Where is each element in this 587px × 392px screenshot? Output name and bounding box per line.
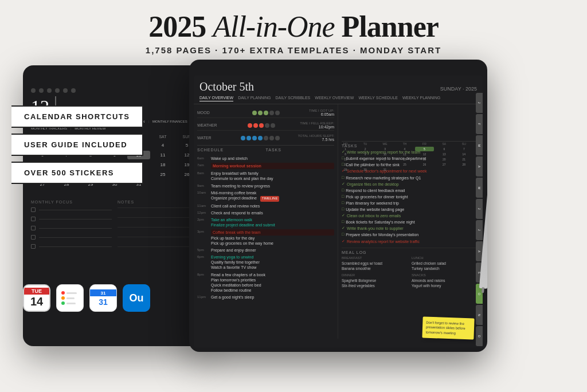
item-content-5pm: Prepare and enjoy dinner <box>211 248 334 253</box>
task-item-11: ✓ Clean out inbox to zero emails <box>342 213 479 218</box>
time-11pm: 11pm <box>197 295 209 299</box>
focus-line-4 <box>31 235 112 240</box>
snacks-col: SNACKS Almonds and raisinsYogurt with ho… <box>412 273 479 288</box>
left-cal-cell-12: 11 <box>151 151 174 159</box>
right-body: MOOD TIME I GOT UP: 6:05am <box>194 104 483 339</box>
mini-cal-cell-13: 14 <box>455 152 473 156</box>
schedule-container: SCHEDULE TASKS <box>197 145 334 154</box>
item-text-2pm-2: Finalize project deadline and submit <box>211 222 334 228</box>
meal-grid: BREAKFAST Scrambled eggs w/ toastBanana … <box>342 256 479 288</box>
task-text-8: Pick up groceries for dinner tonight <box>346 194 408 199</box>
fell-asleep-time: 10:42pm <box>319 125 334 129</box>
side-tab-mar: M <box>476 135 483 155</box>
tab-daily-overview[interactable]: DAILY OVERVIEW <box>199 96 233 101</box>
mood-label: MOOD <box>197 111 223 115</box>
snacks-label: SNACKS <box>412 273 479 277</box>
hours-slept-val: 7.5 hrs <box>322 138 334 142</box>
schedule-title: SCHEDULE <box>197 148 266 152</box>
outlook-icon: Ou <box>123 284 150 312</box>
side-tab-may: M <box>476 178 483 198</box>
item-content-11am: Client call and review notes <box>211 203 334 209</box>
schedule-item-7am: 7am Morning workout session <box>197 163 334 169</box>
task-text-15: Review analytics report for website traf… <box>347 239 420 244</box>
task-item-15: ✓ Review analytics report for website tr… <box>342 239 479 244</box>
breakfast-text: Scrambled eggs w/ toastBanana smoothie <box>342 261 409 271</box>
dinner-label: DINNER <box>342 273 409 277</box>
item-text-11pm: Get a good night's sleep <box>211 295 334 300</box>
tab-weekly-planning[interactable]: WEEKLY PLANNING <box>402 96 440 101</box>
breakfast-label: BREAKFAST <box>342 256 409 260</box>
title-text-1: 2025 <box>148 10 213 43</box>
item-text-6am: Wake up and stretch <box>211 156 334 161</box>
mini-cal-cell-12: 13 <box>435 152 453 156</box>
schedule-item-2pm: 2pm Take an afternoon walk Finalize proj… <box>197 217 334 228</box>
item-content-11pm: Get a good night's sleep <box>211 295 334 300</box>
cal-day-num: 14 <box>30 295 43 308</box>
mini-cal-cell-20: 21 <box>455 157 473 162</box>
schedule-item-6pm: 6pm Evening yoga to unwind Quality famil… <box>197 254 334 270</box>
stylus-tip <box>482 287 484 293</box>
mini-cal-cell-27: 28 <box>455 162 473 167</box>
time-9am: 9am <box>197 183 209 187</box>
task-check-13: ✓ <box>342 226 345 230</box>
time-8pm: 8pm <box>197 272 209 276</box>
mini-cal-cell-1: 2 <box>355 147 374 151</box>
mini-cal-cell-18: 19 <box>415 157 434 162</box>
mini-cal-cell-17: 18 <box>395 157 414 162</box>
weather-dot-1 <box>248 123 252 128</box>
mini-cal-cell-34 <box>455 167 473 172</box>
item-content-7am: Morning workout session <box>211 163 334 169</box>
time-11am: 11am <box>197 203 209 207</box>
water-dot-4 <box>258 136 263 140</box>
mini-cal-cell-7: 8 <box>338 152 355 156</box>
weather-dot-4 <box>265 123 269 128</box>
mini-cal-cell-3: 4 <box>395 147 414 151</box>
time-10am: 10am <box>197 190 209 194</box>
task-item-9: □ Plan itinerary for weekend trip <box>342 201 479 206</box>
mini-cal-cell-33 <box>435 167 453 172</box>
mini-cal-cell-28: 29 <box>338 167 355 172</box>
tab-daily-scribbles[interactable]: DAILY SCRIBBLES <box>275 96 310 101</box>
water-dot-7 <box>275 136 280 140</box>
water-tracker: WATER TOTAL HOURS SLEPT: 7.5 <box>197 133 334 143</box>
tab-weekly-schedule[interactable]: WEEKLY SCHEDULE <box>358 96 398 101</box>
time-7am: 7am <box>197 163 209 167</box>
mini-cal-cell-30: 31 <box>375 167 394 172</box>
mini-cal-cell-32 <box>415 167 434 172</box>
got-up-time: 6:05am <box>321 112 334 116</box>
lunch-text: Grilled chicken saladTurkey sandwich <box>412 261 479 271</box>
mini-cal-cell-4: 5 <box>415 147 434 151</box>
sticky-note: Don't forget to review the presentation … <box>422 316 474 339</box>
item-text-11am: Client call and review notes <box>211 203 334 209</box>
task-text-7: Respond to client feedback email <box>346 188 405 193</box>
main-title: 2025 All-in-One Planner <box>0 10 587 43</box>
mini-cal-cell-10: 11 <box>395 152 414 156</box>
monthly-focus-lines <box>31 207 112 249</box>
right-day-info: SUNDAY · 2025 <box>440 86 477 92</box>
toolbar-dot-4 <box>55 88 60 93</box>
water-dot-2 <box>246 136 251 140</box>
right-title-row: October 5th SUNDAY · 2025 <box>199 80 477 93</box>
task-text-10: Update the website landing page <box>346 207 404 212</box>
focus-line-3 <box>31 226 112 230</box>
mini-cal-cell-9: 10 <box>375 152 394 156</box>
item-text-2pm-1: Take an afternoon walk <box>211 217 334 222</box>
schedule-item-11am: 11am Client call and review notes <box>197 203 334 209</box>
task-item-7: □ Respond to client feedback email <box>342 188 479 193</box>
side-tab-jan: J <box>476 93 483 113</box>
time-5pm: 5pm <box>197 248 209 252</box>
item-content-8am: Enjoy breakfast with family Commute to w… <box>211 171 334 181</box>
lunch-col: LUNCH Grilled chicken saladTurkey sandwi… <box>412 256 479 271</box>
task-text-14: Prepare slides for Monday's presentation <box>346 232 418 237</box>
left-toolbar <box>31 88 198 93</box>
task-item-5: □ Research new marketing strategies for … <box>342 175 479 181</box>
weather-dot-2 <box>253 123 258 128</box>
task-item-12: □ Book tickets for Saturday's movie nigh… <box>342 219 479 225</box>
item-content-10am: Mid-morning coffee break Organize projec… <box>211 190 334 202</box>
tab-weekly-overview[interactable]: WEEKLY OVERVIEW <box>315 96 354 101</box>
toolbar-dot-2 <box>39 88 44 93</box>
tab-daily-planning[interactable]: DAILY PLANNING <box>238 96 271 101</box>
side-tab-feb: F <box>476 114 483 134</box>
weather-dots <box>248 123 275 128</box>
cal-day-label: TUE <box>24 288 49 295</box>
